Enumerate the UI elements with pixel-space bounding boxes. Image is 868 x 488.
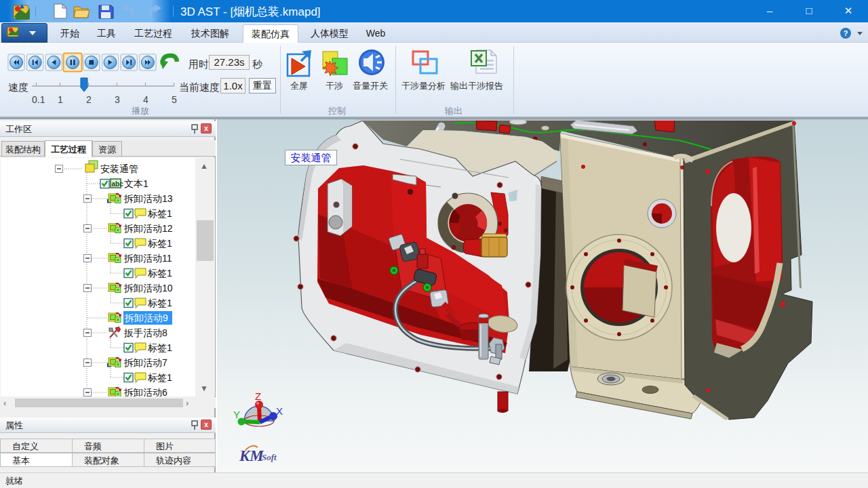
svg-text:拆卸活动11: 拆卸活动11 [123, 253, 172, 264]
svg-text:扳手活动8: 扳手活动8 [123, 327, 167, 338]
svg-text:Z: Z [255, 390, 261, 402]
svg-text:标签1: 标签1 [147, 238, 172, 249]
svg-text:拆卸活动10: 拆卸活动10 [123, 283, 173, 293]
svg-text:安装通管: 安装通管 [100, 163, 138, 174]
svg-text:拆卸活动6: 拆卸活动6 [123, 387, 167, 396]
svg-text:Y: Y [233, 409, 240, 420]
svg-text:X: X [276, 405, 283, 417]
svg-text:标签1: 标签1 [147, 342, 172, 353]
svg-text:abc: abc [112, 180, 124, 188]
svg-text:Soft: Soft [262, 452, 277, 462]
svg-text:标签1: 标签1 [147, 372, 172, 383]
svg-text:拆卸活动7: 拆卸活动7 [123, 357, 167, 368]
svg-text:拆卸活动9: 拆卸活动9 [124, 312, 168, 323]
svg-text:标签1: 标签1 [147, 208, 172, 219]
svg-text:拆卸活动13: 拆卸活动13 [123, 193, 173, 204]
svg-text:?: ? [844, 29, 848, 37]
svg-text:拆卸活动12: 拆卸活动12 [123, 223, 173, 234]
svg-text:KM: KM [239, 447, 264, 464]
svg-text:标签1: 标签1 [147, 268, 172, 279]
svg-text:标签1: 标签1 [147, 298, 172, 308]
svg-text:文本1: 文本1 [124, 178, 149, 189]
